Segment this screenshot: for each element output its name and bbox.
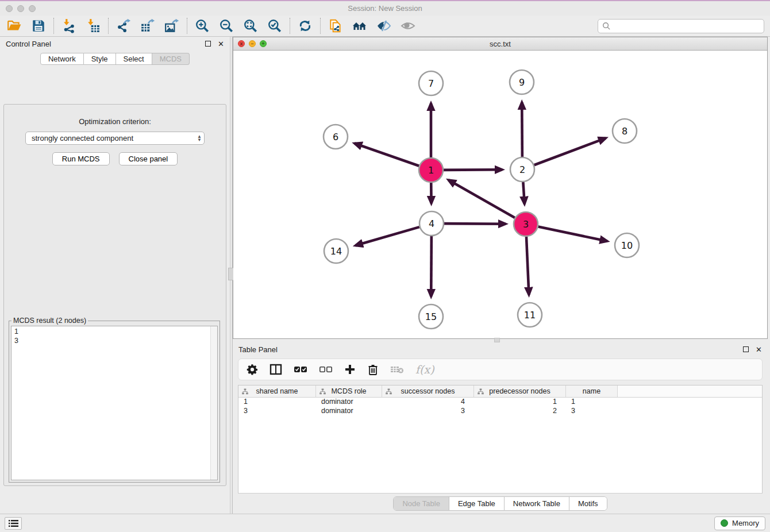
vertical-splitter[interactable]	[230, 37, 233, 514]
cell-MCDS-role[interactable]: dominator	[316, 407, 382, 416]
mcds-result-group: MCDS result (2 nodes) 1 3	[9, 321, 220, 483]
gear-icon[interactable]	[247, 364, 258, 375]
clone-network-icon[interactable]	[328, 18, 343, 33]
minimize-window-button[interactable]	[17, 5, 24, 12]
graph-edge-4-3[interactable]	[444, 223, 506, 224]
table-toolbar: f(x)	[238, 358, 763, 380]
cell-shared-name[interactable]: 1	[238, 398, 316, 407]
search-input[interactable]	[598, 19, 764, 33]
first-neighbors-icon[interactable]	[352, 18, 367, 33]
control-panel-header: Control Panel ✕	[0, 37, 230, 51]
graph-edge-3-1[interactable]	[448, 180, 514, 218]
tab-network-table[interactable]: Network Table	[504, 497, 569, 510]
table-row-1[interactable]: 1dominator411	[238, 398, 762, 407]
open-session-icon[interactable]	[7, 18, 22, 33]
tab-style[interactable]: Style	[84, 53, 116, 65]
cell-successor-nodes[interactable]: 3	[382, 407, 474, 416]
save-session-icon[interactable]	[31, 18, 46, 33]
cell-MCDS-role[interactable]: dominator	[316, 398, 382, 407]
graph-node-label-10: 10	[621, 240, 633, 251]
tab-network[interactable]: Network	[40, 53, 84, 65]
memory-label: Memory	[732, 519, 759, 527]
zoom-network-button[interactable]: +	[260, 40, 267, 47]
select-all-columns-icon[interactable]	[294, 365, 307, 374]
delete-table-icon[interactable]	[390, 364, 404, 375]
tab-mcds[interactable]: MCDS	[152, 53, 190, 65]
split-columns-icon[interactable]	[270, 364, 282, 375]
node-table: shared nameMCDS rolesuccessor nodesprede…	[238, 385, 763, 494]
zoom-in-icon[interactable]	[195, 18, 210, 33]
import-network-icon[interactable]	[61, 18, 76, 33]
close-panel-icon[interactable]: ✕	[218, 40, 224, 48]
cell-shared-name[interactable]: 3	[238, 407, 316, 416]
network-canvas[interactable]: 7968124314101511	[233, 51, 767, 338]
hide-selected-icon[interactable]	[376, 18, 391, 33]
import-table-icon[interactable]	[86, 18, 101, 33]
tab-edge-table[interactable]: Edge Table	[449, 497, 504, 510]
column-header-name[interactable]: name	[566, 385, 618, 397]
float-table-panel-icon[interactable]	[743, 346, 749, 352]
graph-edge-1-6[interactable]	[355, 144, 419, 166]
statusbar: Memory	[0, 514, 770, 532]
tab-select[interactable]: Select	[116, 53, 152, 65]
show-all-icon[interactable]	[401, 18, 415, 33]
graph-edge-4-14[interactable]	[356, 227, 419, 245]
refresh-icon[interactable]	[298, 18, 313, 33]
function-builder-icon[interactable]: f(x)	[415, 363, 434, 376]
zoom-fit-icon[interactable]	[243, 18, 258, 33]
result-scrollbar[interactable]	[210, 326, 217, 480]
graph-node-label-4: 4	[429, 218, 434, 229]
graph-edge-2-3[interactable]	[523, 182, 524, 204]
network-window-titlebar[interactable]: x − + scc.txt	[233, 37, 767, 51]
graph-node-label-1: 1	[428, 165, 434, 176]
horizontal-splitter-handle[interactable]	[494, 338, 500, 342]
search-field[interactable]	[614, 22, 760, 30]
task-history-button[interactable]	[5, 517, 22, 530]
table-row-2[interactable]: 3dominator323	[238, 407, 762, 416]
mcds-result-text[interactable]: 1 3	[11, 326, 218, 480]
export-network-icon[interactable]	[116, 18, 131, 33]
close-network-button[interactable]: x	[238, 40, 245, 47]
maximize-window-button[interactable]	[29, 5, 36, 12]
float-panel-icon[interactable]	[205, 41, 211, 47]
graph-edge-3-10[interactable]	[538, 227, 607, 241]
run-mcds-button[interactable]: Run MCDS	[52, 152, 110, 165]
table-panel-title: Table Panel	[238, 345, 743, 354]
graph-edge-1-2[interactable]	[444, 169, 502, 170]
mcds-panel: Optimization criterion: strongly connect…	[3, 104, 226, 486]
graph-edge-3-11[interactable]	[526, 237, 529, 295]
tab-motifs[interactable]: Motifs	[569, 497, 607, 510]
column-header-predecessor-nodes[interactable]: predecessor nodes	[474, 385, 566, 397]
cell-successor-nodes[interactable]: 4	[382, 398, 474, 407]
cell-predecessor-nodes[interactable]: 1	[474, 398, 566, 407]
cell-predecessor-nodes[interactable]: 2	[474, 407, 566, 416]
horizontal-splitter[interactable]	[233, 339, 768, 342]
criterion-select[interactable]: strongly connected component ▲▼	[25, 132, 205, 145]
close-table-panel-icon[interactable]: ✕	[756, 346, 762, 353]
mcds-result-title: MCDS result (2 nodes)	[11, 317, 88, 325]
graph-edge-4-15[interactable]	[431, 236, 432, 296]
minimize-network-button[interactable]: −	[249, 40, 256, 47]
export-table-icon[interactable]	[140, 18, 155, 33]
close-window-button[interactable]	[6, 5, 13, 12]
column-header-shared-name[interactable]: shared name	[238, 385, 316, 397]
cell-name[interactable]: 3	[566, 407, 618, 416]
close-panel-button[interactable]: Close panel	[119, 152, 178, 165]
deselect-all-columns-icon[interactable]	[319, 365, 333, 374]
control-panel: Control Panel ✕ NetworkStyleSelectMCDS O…	[0, 37, 230, 514]
delete-column-icon[interactable]	[367, 364, 379, 375]
column-header-successor-nodes[interactable]: successor nodes	[382, 385, 474, 397]
control-panel-tabs: NetworkStyleSelectMCDS	[0, 53, 230, 65]
memory-button[interactable]: Memory	[714, 516, 765, 530]
tab-node-table[interactable]: Node Table	[394, 497, 449, 510]
zoom-out-icon[interactable]	[219, 18, 234, 33]
graph-edge-2-8[interactable]	[534, 138, 606, 165]
column-header-MCDS-role[interactable]: MCDS role	[316, 385, 382, 397]
add-column-icon[interactable]	[344, 364, 356, 375]
cell-name[interactable]: 1	[566, 398, 618, 407]
graph-node-label-3: 3	[523, 219, 529, 230]
export-image-icon[interactable]	[164, 18, 179, 33]
graph-edge-2-9[interactable]	[522, 102, 522, 157]
graph-node-label-2: 2	[519, 164, 525, 175]
zoom-selected-icon[interactable]	[267, 18, 282, 33]
